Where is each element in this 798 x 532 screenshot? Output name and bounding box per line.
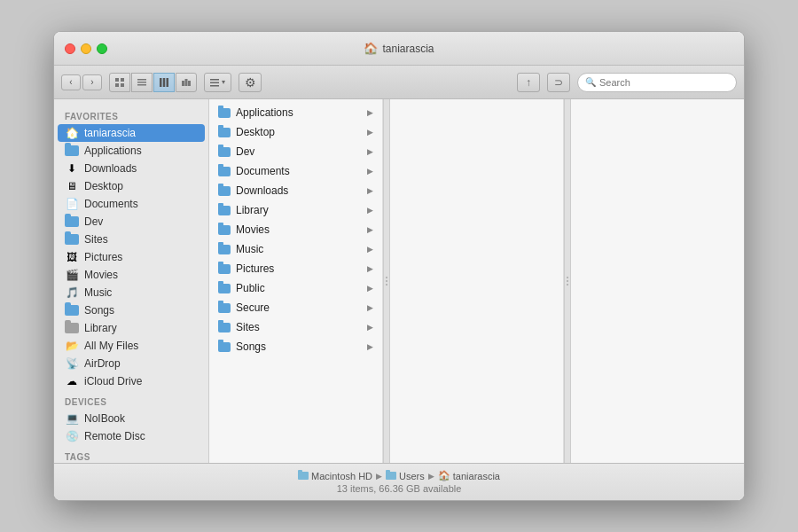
sidebar-item-movies[interactable]: 🎬 Movies [58, 266, 205, 284]
svg-rect-7 [160, 78, 162, 87]
sidebar-item-remote-disc[interactable]: 💿 Remote Disc [58, 427, 205, 445]
airdrop-icon: 📡 [65, 356, 79, 371]
file-item[interactable]: Library▶ [209, 200, 382, 220]
file-item[interactable]: Sites▶ [209, 317, 382, 337]
sidebar-item-icloud[interactable]: ☁ iCloud Drive [58, 372, 205, 390]
sidebar-item-music[interactable]: 🎵 Music [58, 284, 205, 301]
file-item[interactable]: Secure▶ [209, 298, 382, 317]
search-box: 🔍 [577, 73, 737, 92]
search-input[interactable] [599, 77, 729, 88]
all-files-icon: 📂 [65, 339, 79, 353]
path-user-label: taniarascia [453, 471, 500, 481]
sidebar-item-airdrop[interactable]: 📡 AirDrop [58, 355, 205, 372]
view-icon-button[interactable] [109, 73, 130, 92]
sidebar-item-sites[interactable]: Sites [58, 231, 205, 248]
window-title: taniarascia [382, 43, 434, 55]
file-item[interactable]: Desktop▶ [209, 122, 382, 142]
icon-view-icon [114, 77, 125, 88]
file-item[interactable]: Documents▶ [209, 161, 382, 181]
library-folder-icon [65, 321, 79, 335]
file-item[interactable]: Movies▶ [209, 220, 382, 239]
svg-rect-2 [115, 83, 119, 87]
path-item-users: Users [386, 471, 425, 481]
traffic-lights [65, 43, 107, 54]
sidebar-item-label: Applications [84, 145, 142, 157]
pane-divider-2[interactable] [564, 99, 571, 463]
sidebar-item-pictures[interactable]: 🖼 Pictures [58, 248, 205, 266]
view-coverflow-button[interactable] [176, 73, 197, 92]
sidebar-item-label: Sites [84, 233, 108, 246]
sidebar-item-songs[interactable]: Songs [58, 301, 205, 319]
view-column-button[interactable] [153, 73, 175, 92]
chevron-icon: ▶ [367, 128, 373, 137]
file-label: Library [236, 204, 362, 216]
sidebar-item-label: Library [84, 322, 117, 334]
divider-dot [567, 277, 568, 278]
sidebar-item-label: AirDrop [84, 357, 121, 370]
sidebar-item-desktop[interactable]: 🖥 Desktop [58, 177, 205, 195]
divider-dots [386, 277, 387, 286]
file-item[interactable]: Public▶ [209, 278, 382, 298]
path-item-user: 🏠 taniarascia [438, 470, 500, 481]
sidebar-item-all-my-files[interactable]: 📂 All My Files [58, 337, 205, 355]
sidebar-item-label: taniarascia [84, 127, 136, 139]
chevron-icon: ▶ [367, 264, 373, 273]
sidebar-item-library[interactable]: Library [58, 319, 205, 337]
home-icon-title: 🏠 [364, 42, 378, 55]
link-button[interactable]: ⊃ [547, 73, 570, 92]
file-label: Desktop [236, 126, 362, 138]
pane-divider-1[interactable] [383, 99, 390, 463]
divider-dot [386, 280, 387, 282]
icloud-icon: ☁ [65, 374, 79, 388]
file-item[interactable]: Dev▶ [209, 142, 382, 161]
sidebar-item-documents[interactable]: 📄 Documents [58, 195, 205, 213]
file-label: Music [236, 243, 362, 255]
sidebar-item-notebook[interactable]: 💻 NoIBook [58, 410, 205, 427]
file-item[interactable]: Downloads▶ [209, 181, 382, 200]
chevron-icon: ▶ [367, 147, 373, 156]
svg-rect-11 [185, 79, 188, 86]
gear-icon: ⚙ [245, 75, 256, 90]
sidebar-item-label: Downloads [84, 162, 137, 175]
toolbar: ‹ › [54, 66, 744, 99]
sidebar-item-label: Documents [84, 198, 138, 210]
path-users-label: Users [399, 471, 425, 481]
sidebar-item-taniarascia[interactable]: 🏠 taniarascia [58, 124, 205, 142]
nav-buttons: ‹ › [61, 74, 102, 90]
file-label: Dev [236, 145, 362, 158]
minimize-button[interactable] [81, 43, 91, 54]
folder-icon [218, 206, 231, 215]
svg-rect-9 [167, 78, 169, 87]
arrange-button[interactable]: ▾ [204, 73, 231, 92]
file-pane-1: Applications▶Desktop▶Dev▶Documents▶Downl… [209, 99, 383, 463]
sidebar-item-applications[interactable]: Applications [58, 142, 205, 160]
folder-icon [218, 303, 231, 313]
action-button[interactable]: ⚙ [239, 73, 262, 92]
share-button[interactable]: ↑ [517, 73, 540, 92]
file-item[interactable]: Music▶ [209, 239, 382, 259]
sidebar-item-dev[interactable]: Dev [58, 213, 205, 231]
close-button[interactable] [65, 43, 75, 54]
svg-rect-1 [121, 78, 124, 82]
sidebar-item-label: Pictures [84, 251, 122, 263]
folder-icon [218, 147, 231, 157]
chevron-icon: ▶ [367, 108, 373, 117]
downloads-icon: ⬇ [65, 161, 79, 176]
sidebar-item-label: NoIBook [84, 412, 125, 425]
file-item[interactable]: Pictures▶ [209, 259, 382, 278]
arrange-chevron: ▾ [222, 78, 225, 86]
chevron-icon: ▶ [367, 245, 373, 254]
forward-button[interactable]: › [82, 74, 102, 90]
back-button[interactable]: ‹ [61, 74, 81, 90]
chevron-icon: ▶ [367, 206, 373, 215]
file-item[interactable]: Songs▶ [209, 337, 382, 356]
maximize-button[interactable] [97, 43, 107, 54]
svg-rect-12 [188, 81, 191, 86]
file-item[interactable]: Applications▶ [209, 103, 382, 122]
sidebar-item-downloads[interactable]: ⬇ Downloads [58, 160, 205, 177]
chevron-icon: ▶ [367, 323, 373, 332]
movies-icon: 🎬 [65, 268, 79, 282]
view-list-button[interactable] [131, 73, 153, 92]
svg-rect-14 [210, 82, 219, 83]
folder-icon [218, 342, 231, 352]
